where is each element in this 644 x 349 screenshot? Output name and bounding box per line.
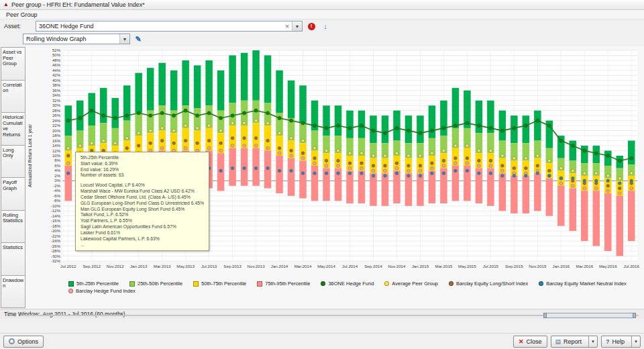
warning-button[interactable]: !	[306, 21, 317, 32]
close-button[interactable]: ✕ Close	[513, 336, 547, 348]
fund-line-marker[interactable]	[254, 109, 258, 112]
bar-segment[interactable]	[299, 85, 307, 123]
bar-segment[interactable]	[616, 196, 624, 256]
fund-line-marker[interactable]	[477, 124, 480, 128]
fund-line-marker[interactable]	[536, 119, 539, 122]
bar-segment[interactable]	[311, 166, 319, 201]
fund-line-marker[interactable]	[66, 119, 70, 122]
bar-segment[interactable]	[429, 170, 436, 203]
fund-line-marker[interactable]	[419, 132, 422, 135]
report-dropdown-icon[interactable]: ▼	[588, 336, 597, 347]
fund-line-marker[interactable]	[618, 159, 621, 162]
fund-line-marker[interactable]	[102, 114, 105, 117]
bar-segment[interactable]	[546, 179, 553, 216]
bar-segment[interactable]	[358, 170, 366, 203]
range-start-handle[interactable]	[543, 313, 547, 318]
fund-line-marker[interactable]	[160, 111, 164, 115]
bar-segment[interactable]	[346, 170, 354, 203]
fund-line-marker[interactable]	[606, 154, 610, 157]
fund-line-marker[interactable]	[442, 126, 445, 130]
fund-line-marker[interactable]	[407, 129, 410, 132]
bar-segment[interactable]	[557, 186, 565, 226]
fund-line-marker[interactable]	[207, 111, 211, 115]
sidebar-tab-drawdown[interactable]: Drawdown	[1, 275, 25, 309]
fund-line-marker[interactable]	[383, 132, 386, 135]
bar-segment[interactable]	[417, 115, 424, 143]
fund-line-marker[interactable]	[137, 111, 140, 115]
bar-segment[interactable]	[382, 115, 389, 143]
bar-segment[interactable]	[194, 65, 201, 108]
bar-segment[interactable]	[429, 105, 436, 138]
bar-segment[interactable]	[523, 115, 530, 143]
bar-segment[interactable]	[346, 111, 354, 138]
bar-segment[interactable]	[135, 73, 142, 113]
fund-line-marker[interactable]	[360, 124, 363, 128]
bar-segment[interactable]	[170, 70, 178, 111]
fund-line-marker[interactable]	[125, 114, 129, 117]
fund-line-marker[interactable]	[325, 126, 328, 130]
bar-segment[interactable]	[511, 176, 518, 213]
bar-segment[interactable]	[335, 105, 342, 136]
bar-segment[interactable]	[382, 173, 389, 206]
fund-line-marker[interactable]	[583, 149, 586, 152]
bar-segment[interactable]	[499, 111, 506, 141]
bar-segment[interactable]	[241, 53, 248, 101]
bar-segment[interactable]	[570, 141, 577, 161]
bar-segment[interactable]	[440, 101, 447, 136]
bar-segment[interactable]	[323, 105, 330, 136]
bar-segment[interactable]	[100, 88, 107, 123]
sidebar-tab-correlation[interactable]: Correlation	[1, 80, 25, 113]
fund-line-marker[interactable]	[172, 114, 176, 117]
bar-segment[interactable]	[581, 146, 588, 163]
bar-segment[interactable]	[205, 60, 213, 105]
fund-line-marker[interactable]	[78, 116, 82, 119]
help-dropdown-icon[interactable]: ▼	[631, 336, 640, 347]
fund-line-marker[interactable]	[301, 121, 305, 125]
bar-segment[interactable]	[534, 111, 541, 141]
bar-segment[interactable]	[252, 50, 260, 101]
bar-segment[interactable]	[628, 141, 635, 165]
graph-type-combobox[interactable]: Rolling Window Graph ▼	[23, 34, 130, 44]
asset-dropdown-icon[interactable]: ▼	[292, 21, 302, 31]
sidebar-tab-historical-cumulative-returns[interactable]: Historical Cumulative Returns	[1, 112, 25, 146]
fund-line-marker[interactable]	[430, 129, 433, 132]
bar-segment[interactable]	[288, 81, 295, 118]
bar-segment[interactable]	[476, 101, 483, 134]
fund-line-marker[interactable]	[196, 114, 199, 117]
menu-peer-group[interactable]: Peer Group	[3, 11, 41, 18]
bar-segment[interactable]	[276, 70, 283, 113]
sidebar-tab-long-only[interactable]: Long Only	[1, 145, 25, 179]
bar-segment[interactable]	[523, 176, 530, 213]
sidebar-tab-asset-vs-peer-group[interactable]: Asset vs Peer Group	[1, 47, 25, 81]
fund-line-marker[interactable]	[184, 109, 187, 112]
report-button[interactable]: ▤ Report ▼	[551, 336, 598, 348]
fund-line-marker[interactable]	[630, 156, 633, 160]
fund-line-marker[interactable]	[513, 126, 516, 130]
bar-segment[interactable]	[452, 88, 460, 128]
bar-segment[interactable]	[288, 158, 295, 196]
range-end-handle[interactable]	[633, 313, 636, 318]
fund-line-marker[interactable]	[289, 119, 292, 122]
bar-segment[interactable]	[604, 193, 612, 251]
bar-segment[interactable]	[276, 156, 283, 193]
bar-segment[interactable]	[581, 191, 588, 241]
sidebar-tab-statistics[interactable]: Statistics	[1, 242, 25, 276]
fund-line-marker[interactable]	[571, 144, 574, 147]
import-button[interactable]: ↓	[320, 21, 331, 32]
fund-line-marker[interactable]	[113, 116, 117, 119]
sidebar-tab-rolling-statistics[interactable]: Rolling Statistics	[1, 210, 25, 244]
bar-segment[interactable]	[217, 70, 225, 111]
clear-asset-icon[interactable]: ✕	[282, 23, 292, 30]
bar-segment[interactable]	[393, 111, 400, 141]
graph-settings-button[interactable]: ✎	[133, 34, 144, 44]
bar-segment[interactable]	[593, 191, 600, 246]
bar-segment[interactable]	[264, 55, 272, 103]
fund-line-marker[interactable]	[547, 124, 551, 128]
bar-segment[interactable]	[76, 101, 84, 131]
bar-segment[interactable]	[570, 189, 577, 232]
help-button[interactable]: ? Help ▼	[601, 336, 641, 348]
bar-segment[interactable]	[299, 160, 307, 198]
fund-line-marker[interactable]	[489, 126, 492, 130]
fund-line-marker[interactable]	[278, 116, 281, 119]
bar-segment[interactable]	[393, 170, 400, 203]
